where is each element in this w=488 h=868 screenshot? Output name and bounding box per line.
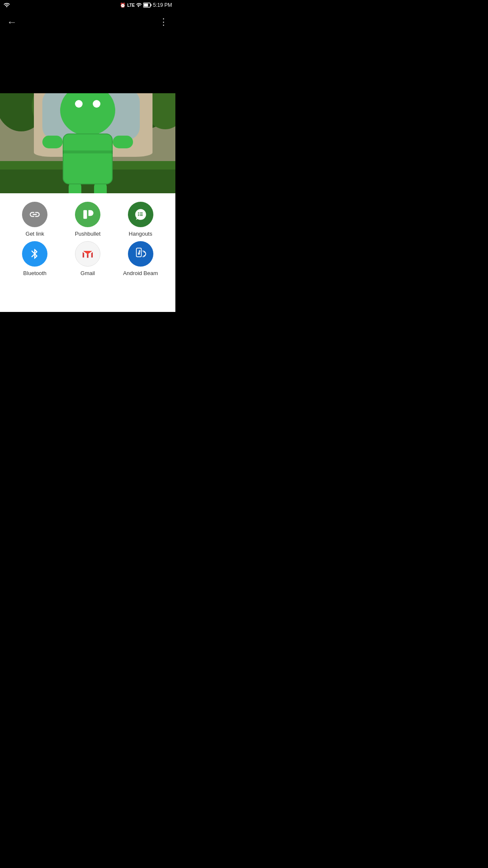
pushbullet-label: Pushbullet [75, 231, 101, 237]
svg-rect-29 [83, 210, 87, 219]
svg-rect-27 [64, 134, 112, 184]
get-link-label: Get link [25, 231, 44, 237]
bluetooth-label: Bluetooth [23, 270, 47, 276]
alarm-icon: ⏰ [120, 3, 126, 8]
status-time: 5:19 PM [153, 2, 172, 8]
svg-rect-22 [42, 136, 63, 148]
android-beam-label: Android Beam [123, 270, 158, 276]
wifi-icon [3, 2, 10, 8]
hangouts-label: Hangouts [129, 231, 152, 237]
pushbullet-icon [75, 202, 100, 227]
gmail-icon [75, 241, 100, 267]
share-item-get-link[interactable]: Get link [8, 202, 61, 237]
hangouts-icon [128, 202, 153, 227]
status-bar: ⏰ LTE 5:19 PM [0, 0, 175, 10]
share-grid: Get link Pushbullet Hangouts [0, 202, 175, 276]
share-item-pushbullet[interactable]: Pushbullet [61, 202, 114, 237]
back-button[interactable]: ← [7, 16, 17, 28]
svg-point-19 [93, 100, 100, 108]
gmail-label: Gmail [80, 270, 95, 276]
signal-icon [136, 2, 142, 8]
share-item-gmail[interactable]: Gmail [61, 241, 114, 276]
share-sheet: Get link Pushbullet Hangouts [0, 193, 175, 312]
more-button[interactable]: ⋮ [159, 17, 169, 28]
svg-rect-2 [144, 4, 148, 7]
share-item-android-beam[interactable]: ʙ Android Beam [114, 241, 167, 276]
bluetooth-icon [22, 241, 47, 267]
status-right-icons: ⏰ LTE 5:19 PM [120, 2, 172, 8]
svg-rect-28 [64, 150, 112, 153]
svg-rect-23 [113, 136, 133, 148]
android-beam-icon: ʙ [128, 241, 153, 267]
share-item-bluetooth[interactable]: Bluetooth [8, 241, 61, 276]
share-item-hangouts[interactable]: Hangouts [114, 202, 167, 237]
nav-bar: ← ⋮ [0, 10, 175, 34]
lte-icon: LTE [127, 3, 135, 8]
svg-rect-1 [151, 4, 152, 6]
svg-point-18 [75, 100, 83, 108]
battery-icon [143, 3, 152, 8]
get-link-icon [22, 202, 47, 227]
